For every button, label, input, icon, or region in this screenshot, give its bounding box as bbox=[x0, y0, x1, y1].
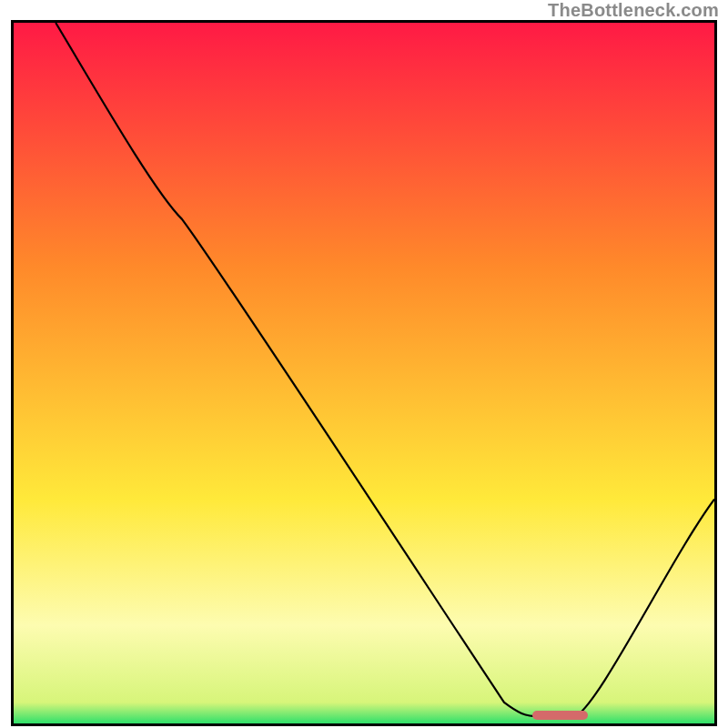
bottleneck-curve bbox=[14, 23, 714, 723]
chart-frame bbox=[11, 20, 717, 726]
watermark-text: TheBottleneck.com bbox=[548, 0, 719, 21]
optimal-range-marker bbox=[532, 711, 589, 720]
